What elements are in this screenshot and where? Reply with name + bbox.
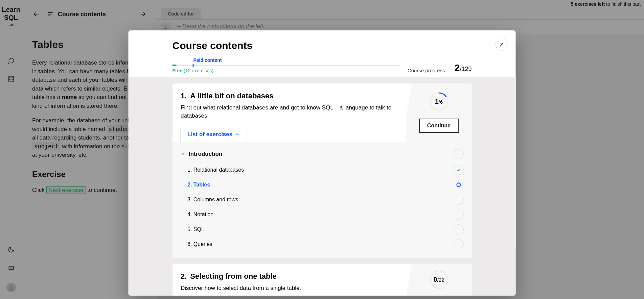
exercise-item[interactable]: 3. Columns and rows xyxy=(181,192,464,207)
section-desc: Discover how to select data from a singl… xyxy=(181,284,398,292)
free-label: Free (12 exercises) xyxy=(172,68,399,73)
status-circle xyxy=(454,224,464,234)
section-number: 1. xyxy=(181,92,187,100)
section-number: 2. xyxy=(181,272,187,281)
close-icon xyxy=(499,42,505,47)
course-progress-label: Course progress: xyxy=(408,68,446,73)
course-contents-modal: Course contents Paid content Free (12 ex… xyxy=(129,30,516,296)
section-progress-ring: 0/22 xyxy=(430,271,448,289)
progress-bar xyxy=(172,65,399,66)
exercise-item-current[interactable]: 2. Tables xyxy=(181,177,464,192)
status-circle xyxy=(454,195,464,205)
status-circle xyxy=(454,209,464,220)
chevron-up-icon xyxy=(235,132,240,137)
exercise-group-header[interactable]: Introduction xyxy=(181,146,464,163)
modal-title: Course contents xyxy=(172,40,472,51)
exercise-item[interactable]: 4. Notation xyxy=(181,207,464,222)
section-desc: Find out what relational databases are a… xyxy=(181,104,398,120)
chevron-up-icon xyxy=(181,152,185,156)
svg-point-7 xyxy=(430,93,447,110)
exercise-item[interactable]: 1. Relational databases xyxy=(181,163,464,177)
list-of-exercises-toggle[interactable]: List of exercises xyxy=(180,127,247,142)
course-progress-value: 2/129 xyxy=(455,63,472,73)
paid-content-label: Paid content xyxy=(193,57,222,65)
exercise-item[interactable]: 6. Queries xyxy=(181,237,464,252)
section-card-1: 1. A little bit on databases Find out wh… xyxy=(172,83,472,258)
svg-point-8 xyxy=(457,183,460,186)
current-indicator-icon xyxy=(454,180,464,190)
section-title: A little bit on databases xyxy=(190,92,273,100)
section-card-2: 2. Selecting from one table Discover how… xyxy=(172,264,472,296)
close-button[interactable] xyxy=(496,38,508,51)
section-progress-ring: 1/6 xyxy=(430,92,448,110)
check-icon xyxy=(454,165,464,175)
continue-button[interactable]: Continue xyxy=(419,119,458,133)
status-circle xyxy=(454,149,464,159)
exercise-item[interactable]: 5. SQL xyxy=(181,222,464,237)
status-circle xyxy=(454,239,464,249)
section-title: Selecting from one table xyxy=(190,272,277,281)
